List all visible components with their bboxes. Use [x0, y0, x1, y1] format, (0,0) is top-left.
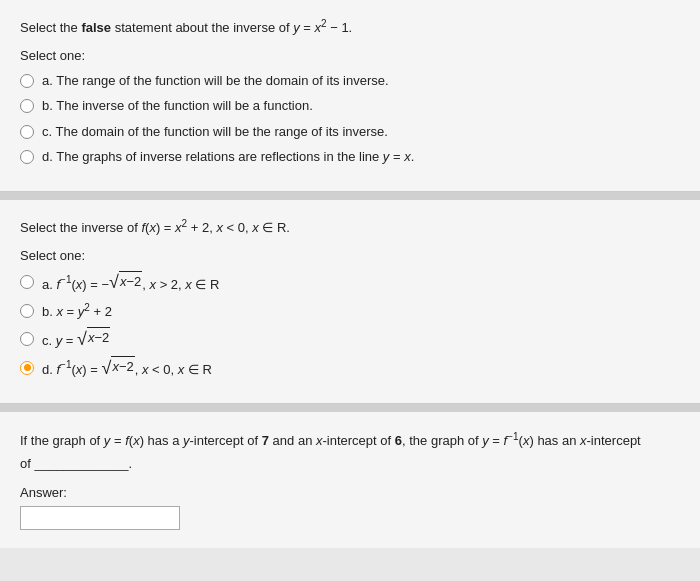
divider-2 [0, 404, 700, 412]
q2-radio-b[interactable] [20, 304, 34, 318]
divider-1 [0, 192, 700, 200]
q3-answer-label: Answer: [20, 485, 680, 500]
q1-option-b-text: b. The inverse of the function will be a… [42, 96, 313, 116]
q2-title: Select the inverse of f(x) = x2 + 2, x <… [20, 216, 680, 238]
question-3: If the graph of y = f(x) has a y-interce… [0, 412, 700, 548]
q2-select-one-label: Select one: [20, 248, 680, 263]
q1-option-b[interactable]: b. The inverse of the function will be a… [20, 96, 680, 116]
q1-option-a-text: a. The range of the function will be the… [42, 71, 389, 91]
q2-option-d[interactable]: d. f−1(x) = √x−2, x < 0, x ∈ R [20, 356, 680, 379]
q1-option-d[interactable]: d. The graphs of inverse relations are r… [20, 147, 680, 167]
q1-option-a[interactable]: a. The range of the function will be the… [20, 71, 680, 91]
question-1: Select the false statement about the inv… [0, 0, 700, 192]
q1-select-one-label: Select one: [20, 48, 680, 63]
q3-text: If the graph of y = f(x) has a y-interce… [20, 428, 680, 475]
q2-option-c[interactable]: c. y = √x−2 [20, 327, 680, 350]
q1-option-c-text: c. The domain of the function will be th… [42, 122, 388, 142]
q1-radio-c[interactable] [20, 125, 34, 139]
q2-option-c-text: c. y = √x−2 [42, 327, 110, 350]
q2-option-a[interactable]: a. f−1(x) = −√x−2, x > 2, x ∈ R [20, 271, 680, 294]
q1-radio-d[interactable] [20, 150, 34, 164]
q1-option-c[interactable]: c. The domain of the function will be th… [20, 122, 680, 142]
q2-option-a-text: a. f−1(x) = −√x−2, x > 2, x ∈ R [42, 271, 219, 294]
q1-radio-b[interactable] [20, 99, 34, 113]
q2-radio-c[interactable] [20, 332, 34, 346]
q1-option-d-text: d. The graphs of inverse relations are r… [42, 147, 414, 167]
q1-title: Select the false statement about the inv… [20, 16, 680, 38]
q2-radio-d[interactable] [20, 361, 34, 375]
q2-radio-a[interactable] [20, 275, 34, 289]
q2-option-b-text: b. x = y2 + 2 [42, 300, 112, 322]
q3-answer-input[interactable] [20, 506, 180, 530]
q2-option-d-text: d. f−1(x) = √x−2, x < 0, x ∈ R [42, 356, 212, 379]
q1-radio-a[interactable] [20, 74, 34, 88]
q2-option-b[interactable]: b. x = y2 + 2 [20, 300, 680, 322]
question-2: Select the inverse of f(x) = x2 + 2, x <… [0, 200, 700, 405]
